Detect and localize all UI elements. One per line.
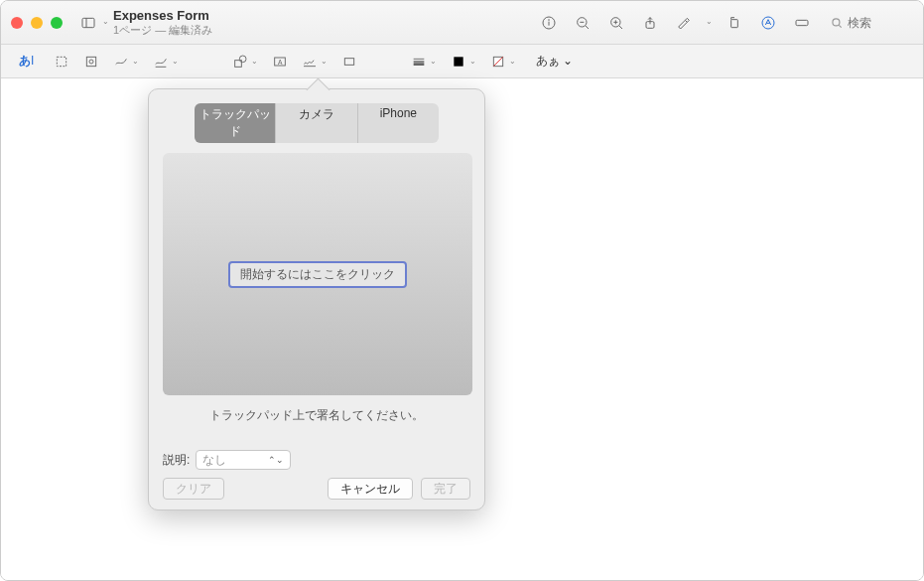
svg-line-22 — [839, 25, 841, 27]
svg-line-9 — [619, 25, 622, 28]
markup-button[interactable] — [756, 11, 780, 35]
zoom-window-button[interactable] — [51, 17, 63, 29]
document-title: Expenses Form — [113, 9, 212, 23]
svg-rect-23 — [58, 57, 66, 66]
sidebar-toggle-button[interactable] — [76, 11, 100, 35]
svg-point-21 — [833, 18, 840, 25]
markup-toolbar: あI ⌄ ⌄ ⌄ A ⌄ ⌄ ⌄ ⌄ あぁ⌄ — [1, 45, 923, 78]
tab-camera[interactable]: カメラ — [276, 103, 357, 143]
description-value: なし — [202, 452, 226, 469]
line-style-button[interactable]: ⌄ — [411, 54, 437, 70]
signature-canvas: 開始するにはここをクリック — [163, 153, 472, 395]
svg-point-25 — [89, 60, 93, 64]
info-button[interactable] — [537, 11, 561, 35]
highlight-button[interactable] — [672, 11, 696, 35]
font-style-button[interactable]: あぁ⌄ — [530, 51, 579, 72]
zoom-in-button[interactable] — [604, 11, 628, 35]
titlebar: ⌄ Expenses Form 1ページ — 編集済み ⌄ — [1, 1, 923, 45]
popover-buttons: クリア キャンセル 完了 — [163, 478, 470, 500]
clear-button[interactable]: クリア — [163, 478, 224, 500]
rotate-button[interactable] — [723, 11, 746, 35]
svg-text:A: A — [278, 58, 283, 65]
border-color-button[interactable]: ⌄ — [451, 54, 476, 70]
adjust-size-button[interactable] — [341, 54, 357, 70]
signature-instruction: トラックパッド上で署名してください。 — [163, 407, 470, 424]
minimize-window-button[interactable] — [31, 17, 43, 29]
document-subtitle: 1ページ — 編集済み — [113, 24, 212, 36]
svg-point-4 — [549, 19, 550, 20]
window-controls — [11, 17, 63, 29]
sidebar-menu-chevron-icon[interactable]: ⌄ — [102, 17, 109, 26]
svg-rect-24 — [87, 57, 96, 66]
select-chevron-icon: ⌃⌄ — [268, 455, 284, 465]
start-signing-button[interactable]: 開始するにはここをクリック — [228, 261, 407, 288]
search-input[interactable] — [848, 16, 907, 30]
description-label: 説明: — [163, 452, 190, 469]
share-button[interactable] — [638, 11, 662, 35]
titlebar-tools: ⌄ — [537, 11, 913, 35]
svg-line-6 — [586, 25, 589, 28]
description-row: 説明: なし ⌃⌄ — [163, 450, 470, 470]
svg-rect-36 — [455, 57, 463, 66]
svg-rect-32 — [345, 58, 354, 65]
svg-point-28 — [240, 56, 247, 63]
cancel-button[interactable]: キャンセル — [328, 478, 413, 500]
description-select[interactable]: なし ⌃⌄ — [196, 450, 291, 470]
draw-button[interactable]: ⌄ — [153, 54, 179, 70]
instant-alpha-button[interactable] — [83, 54, 99, 70]
document-title-block: Expenses Form 1ページ — 編集済み — [113, 9, 212, 35]
shapes-button[interactable]: ⌄ — [232, 54, 258, 70]
svg-rect-14 — [731, 19, 738, 27]
preview-window: ⌄ Expenses Form 1ページ — 編集済み ⌄ あI ⌄ ⌄ — [0, 0, 924, 581]
highlight-menu-chevron-icon[interactable]: ⌄ — [706, 17, 713, 26]
done-button[interactable]: 完了 — [421, 478, 470, 500]
fill-color-button[interactable]: ⌄ — [490, 54, 516, 70]
signature-source-tabs: トラックパッド カメラ iPhone — [195, 103, 439, 143]
document-canvas[interactable]: トラックパッド カメラ iPhone 開始するにはここをクリック トラックパッド… — [1, 78, 923, 580]
tab-iphone[interactable]: iPhone — [358, 103, 439, 143]
sketch-button[interactable]: ⌄ — [113, 54, 139, 70]
sign-button[interactable]: ⌄ — [302, 54, 328, 70]
selection-tool-button[interactable] — [54, 54, 69, 70]
close-window-button[interactable] — [11, 17, 23, 29]
svg-rect-17 — [796, 20, 808, 25]
text-insert-button[interactable]: あI — [13, 51, 40, 72]
signature-popover: トラックパッド カメラ iPhone 開始するにはここをクリック トラックパッド… — [148, 88, 485, 510]
tab-trackpad[interactable]: トラックパッド — [195, 103, 276, 143]
svg-rect-0 — [82, 18, 94, 27]
search-field[interactable] — [824, 14, 913, 32]
zoom-out-button[interactable] — [571, 11, 594, 35]
text-box-button[interactable]: A — [272, 54, 288, 70]
form-fill-button[interactable] — [790, 11, 814, 35]
